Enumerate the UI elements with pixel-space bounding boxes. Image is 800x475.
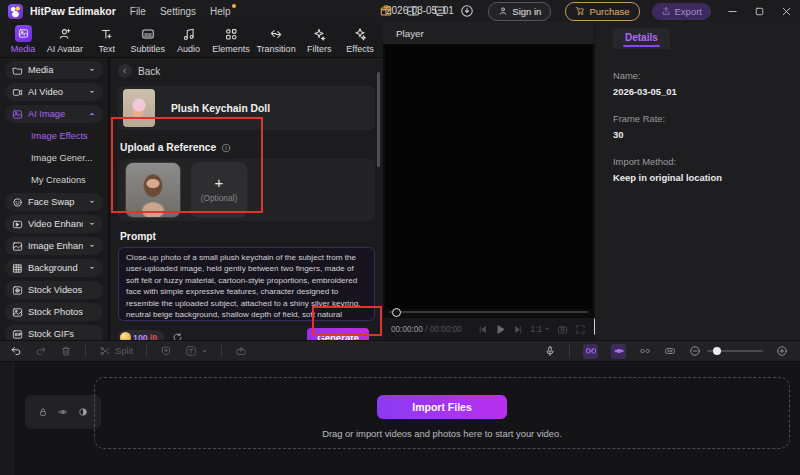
- template-card[interactable]: Plush Keychain Doll: [118, 86, 375, 130]
- play-icon[interactable]: [495, 324, 506, 335]
- sidebar-item-stock-videos[interactable]: Stock Videos: [5, 281, 103, 299]
- stock-photos-icon: [12, 307, 23, 318]
- tab-filters[interactable]: Filters: [302, 25, 336, 54]
- sidebar-item-face-swap[interactable]: Face Swap: [5, 193, 103, 211]
- tab-media[interactable]: Media: [6, 25, 40, 54]
- lock-icon[interactable]: [38, 407, 48, 417]
- upload-reference-title: Upload a Reference: [120, 142, 216, 153]
- mask-icon[interactable]: [160, 345, 172, 357]
- back-button[interactable]: Back: [118, 64, 383, 78]
- seek-bar[interactable]: [389, 311, 588, 313]
- feedback-icon[interactable]: [433, 4, 447, 18]
- layout-icon[interactable]: [406, 4, 420, 18]
- detail-field-import-method: Import Method: Keep in original location: [613, 156, 800, 183]
- sidebar-item-my-creations[interactable]: My Creations: [5, 171, 103, 189]
- split-button[interactable]: Split: [99, 345, 133, 357]
- sidebar-item-ai-image[interactable]: AI Image: [5, 105, 103, 123]
- menu-settings[interactable]: Settings: [160, 6, 196, 17]
- snap-icon[interactable]: [583, 344, 598, 359]
- reference-image-thumbnail[interactable]: [125, 162, 181, 218]
- scissors-icon: [99, 345, 111, 357]
- title-bar: HitPaw Edimakor File Settings Help 2026-…: [0, 0, 800, 22]
- player-panel: Player 00:00:00 / 00:00:00 1:1: [383, 22, 594, 340]
- gift-icon[interactable]: [379, 4, 393, 18]
- prompt-label: Prompt: [120, 231, 383, 242]
- track-header: [25, 395, 101, 429]
- timeline-area: Import Files Drag or import videos and p…: [0, 362, 800, 475]
- fit-timeline-icon[interactable]: [664, 345, 676, 357]
- sidebar-item-ai-video[interactable]: AI Video: [5, 83, 103, 101]
- snapshot-icon[interactable]: [557, 324, 568, 335]
- text-tool-icon: [185, 345, 197, 357]
- import-files-button[interactable]: Import Files: [377, 395, 507, 419]
- person-icon: [498, 6, 508, 16]
- ai-video-icon: [12, 87, 23, 98]
- sidebar-item-image-effects[interactable]: Image Effects: [5, 127, 103, 145]
- sidebar-item-media[interactable]: Media: [5, 61, 103, 79]
- template-thumbnail: [123, 89, 155, 127]
- chevron-up-icon: [88, 110, 96, 118]
- link-icon[interactable]: [639, 345, 651, 357]
- microphone-icon[interactable]: [544, 345, 556, 357]
- sidebar-item-image-generator[interactable]: Image Gener...: [5, 149, 103, 167]
- aspect-ratio-select[interactable]: 1:1: [531, 325, 550, 334]
- sign-in-button[interactable]: Sign in: [488, 2, 551, 21]
- text-icon: [98, 25, 115, 42]
- fullscreen-icon[interactable]: [575, 324, 586, 335]
- tab-text[interactable]: Text: [90, 25, 124, 54]
- app-logo: [8, 4, 23, 19]
- cart-icon: [575, 6, 585, 16]
- tab-details[interactable]: Details: [613, 28, 670, 49]
- sidebar: Media AI Video AI Image Image Effects Im…: [0, 58, 108, 340]
- trash-icon[interactable]: [60, 345, 72, 357]
- next-frame-icon[interactable]: [513, 324, 524, 335]
- notification-dot: [232, 4, 236, 8]
- playhead-handle[interactable]: [392, 308, 401, 317]
- zoom-in-icon[interactable]: [776, 345, 788, 357]
- text-tool-button[interactable]: [185, 345, 208, 357]
- import-drop-zone[interactable]: Import Files Drag or import videos and p…: [94, 377, 790, 449]
- tab-subtitles[interactable]: Subtitles: [130, 25, 165, 54]
- sidebar-item-image-enhance[interactable]: Image Enhance: [5, 237, 103, 255]
- redo-icon[interactable]: [35, 345, 47, 357]
- info-icon[interactable]: [221, 143, 231, 153]
- tab-transition[interactable]: Transition: [256, 25, 295, 54]
- menu-file[interactable]: File: [130, 6, 146, 17]
- previous-frame-icon[interactable]: [477, 324, 488, 335]
- template-title: Plush Keychain Doll: [171, 103, 270, 114]
- tab-effects[interactable]: Effects: [343, 25, 377, 54]
- effects-icon: [351, 25, 368, 42]
- stock-videos-icon: [12, 285, 23, 296]
- add-reference-button[interactable]: + (Optional): [191, 162, 247, 218]
- export-button[interactable]: Export: [652, 3, 711, 20]
- close-button[interactable]: [781, 6, 792, 17]
- track-render-icon[interactable]: [78, 407, 88, 417]
- sidebar-item-stock-photos[interactable]: Stock Photos: [5, 303, 103, 321]
- zoom-slider-handle[interactable]: [713, 347, 721, 355]
- transition-icon: [268, 25, 285, 42]
- purchase-button[interactable]: Purchase: [565, 2, 639, 21]
- tab-audio[interactable]: Audio: [172, 25, 206, 54]
- timeline-zoom-slider[interactable]: [707, 350, 763, 352]
- tab-ai-avatar[interactable]: AI Avatar: [47, 25, 83, 54]
- elements-icon: [223, 25, 240, 42]
- minimize-button[interactable]: [727, 6, 738, 17]
- sidebar-item-video-enhance[interactable]: Video Enhance: [5, 215, 103, 233]
- sidebar-item-background[interactable]: Background: [5, 259, 103, 277]
- player-controls: 00:00:00 / 00:00:00 1:1: [383, 318, 594, 340]
- zoom-out-icon[interactable]: [689, 345, 701, 357]
- freeze-frame-icon[interactable]: [235, 345, 247, 357]
- menu-help[interactable]: Help: [210, 6, 231, 17]
- download-icon[interactable]: [460, 4, 474, 18]
- video-preview[interactable]: [385, 45, 592, 309]
- undo-icon[interactable]: [10, 345, 22, 357]
- detail-field-name: Name: 2026-03-05_01: [613, 70, 800, 97]
- tab-elements[interactable]: Elements: [212, 25, 250, 54]
- maximize-button[interactable]: [754, 6, 765, 17]
- keyframe-icon[interactable]: [611, 344, 626, 359]
- app-name: HitPaw Edimakor: [30, 5, 116, 17]
- eye-icon[interactable]: [58, 407, 68, 417]
- detail-field-frame-rate: Frame Rate: 30: [613, 113, 800, 140]
- prompt-textarea[interactable]: Close-up photo of a small plush keychain…: [118, 247, 375, 321]
- media-panel-scrollbar[interactable]: [377, 72, 380, 167]
